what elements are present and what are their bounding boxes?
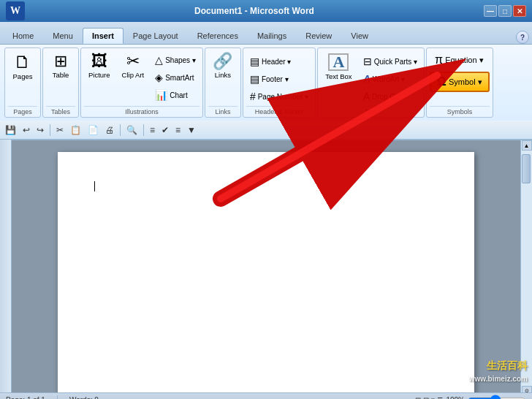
- close-button[interactable]: ✕: [513, 5, 526, 17]
- minimize-button[interactable]: —: [484, 5, 497, 17]
- tab-view[interactable]: View: [341, 28, 378, 44]
- toolbar-styles[interactable]: ≡: [148, 124, 157, 136]
- toolbar-find[interactable]: 🔍: [124, 124, 140, 136]
- pages-button[interactable]: 🗋 Pages: [8, 50, 37, 83]
- smartart-button[interactable]: ◈ SmartArt: [151, 69, 200, 86]
- table-button[interactable]: ⊞ Table: [46, 50, 75, 82]
- group-text: A Text Box ⊟ Quick Parts ▾ A WordArt ▾ A: [317, 48, 425, 118]
- footer-label: Footer ▾: [262, 75, 289, 83]
- table-label: Table: [53, 71, 69, 79]
- wordart-button[interactable]: A WordArt ▾: [360, 71, 421, 87]
- text-cursor: [94, 181, 95, 191]
- picture-button[interactable]: 🖼 Picture: [84, 50, 115, 82]
- wordart-icon: A: [363, 73, 370, 85]
- symbol-button[interactable]: Ω Symbol ▾: [430, 72, 490, 92]
- tab-page-layout[interactable]: Page Layout: [123, 28, 188, 44]
- page-number-icon: #: [250, 91, 256, 102]
- symbol-label: Symbol ▾: [449, 77, 482, 87]
- scroll-track[interactable]: [522, 151, 532, 386]
- right-scrollbar: ▲ ⊙ ◎ ⊙ ▼: [520, 140, 532, 392]
- toolbar-sep2: [120, 124, 121, 136]
- window-controls: — □ ✕: [484, 5, 526, 17]
- equation-button[interactable]: π Equation ▾: [430, 50, 489, 69]
- toolbar-cut[interactable]: ✂: [54, 124, 66, 136]
- document-page[interactable]: [58, 152, 474, 392]
- zoom-slider[interactable]: [468, 397, 526, 400]
- toolbar-sep1: [50, 124, 50, 136]
- main-area: ▲ ⊙ ◎ ⊙ ▼ ◄: [0, 140, 532, 392]
- words-status: Words: 0: [69, 396, 99, 399]
- illustrations-group-label: Illustrations: [84, 106, 200, 115]
- toolbar-para[interactable]: ≡: [173, 124, 183, 136]
- footer-button[interactable]: ▤ Footer ▾: [246, 71, 312, 87]
- window-title: Document1 - Microsoft Word: [25, 6, 484, 16]
- help-button[interactable]: ?: [516, 31, 529, 44]
- toolbar-paste[interactable]: 📄: [86, 124, 101, 136]
- page-number-label: Page Number ▾: [258, 93, 308, 101]
- chart-icon: 📊: [155, 89, 167, 101]
- tables-group-label: Tables: [46, 106, 75, 115]
- chart-label: Chart: [170, 91, 187, 99]
- clipart-button[interactable]: ✂ Clip Art: [118, 50, 149, 82]
- status-separator: [57, 395, 58, 400]
- title-bar: W Document1 - Microsoft Word — □ ✕: [0, 0, 532, 22]
- wordart-label: WordArt ▾: [373, 75, 405, 83]
- tab-home[interactable]: Home: [3, 28, 43, 44]
- scroll-up-arrow[interactable]: ▲: [522, 140, 532, 151]
- page-number-button[interactable]: # Page Number ▾: [246, 88, 312, 104]
- equation-label: Equation ▾: [445, 56, 483, 65]
- group-links: 🔗 Links Links: [205, 48, 241, 118]
- toolbar-check[interactable]: ✔: [159, 124, 171, 136]
- clipart-icon: ✂: [126, 53, 140, 69]
- shapes-button[interactable]: △ Shapes ▾: [151, 52, 200, 68]
- group-illustrations: 🖼 Picture ✂ Clip Art △ Shapes ▾: [80, 48, 203, 118]
- textbox-label: Text Box: [325, 72, 352, 80]
- zoom-level: 100%: [446, 396, 465, 399]
- group-pages: 🗋 Pages Pages: [4, 48, 41, 118]
- header-button[interactable]: ▤ Header ▾: [246, 53, 312, 69]
- tab-references[interactable]: References: [188, 28, 248, 44]
- toolbar-undo[interactable]: ↩: [20, 124, 32, 136]
- status-bar: Page: 1 of 1 Words: 0 ⊞ ⊟ ≡ ≣ 100%: [0, 392, 532, 399]
- equation-icon: π: [435, 53, 443, 66]
- shapes-icon: △: [155, 54, 163, 66]
- ribbon-tab-row: Home Menu Insert Page Layout References …: [0, 22, 532, 44]
- table-icon: ⊞: [54, 53, 67, 69]
- tab-insert[interactable]: Insert: [83, 28, 123, 44]
- toolbar-dropdown[interactable]: ▼: [185, 124, 198, 136]
- toolbar-copy[interactable]: 📋: [68, 124, 83, 136]
- tab-mailings[interactable]: Mailings: [248, 28, 296, 44]
- group-symbols: π Equation ▾ Ω Symbol ▾ Symbols: [426, 48, 493, 118]
- dropcap-button[interactable]: A Drop C...: [360, 88, 421, 104]
- scroll-prev-page[interactable]: ⊙: [522, 386, 532, 392]
- chart-button[interactable]: 📊 Chart: [151, 87, 200, 103]
- clipart-label: Clip Art: [122, 71, 145, 79]
- symbol-icon: Ω: [437, 75, 446, 88]
- view-icons: ⊞ ⊟ ≡ ≣: [415, 396, 443, 399]
- toolbar-sep3: [143, 124, 144, 136]
- quick-parts-icon: ⊟: [363, 56, 372, 67]
- footer-icon: ▤: [250, 73, 259, 85]
- smartart-label: SmartArt: [165, 74, 194, 82]
- smartart-icon: ◈: [155, 72, 163, 83]
- toolbar-redo[interactable]: ↪: [34, 124, 46, 136]
- toolbar-print[interactable]: 🖨: [103, 124, 116, 136]
- tab-review[interactable]: Review: [296, 28, 341, 44]
- watermark-cn: 生活百科: [487, 360, 528, 373]
- pages-label: Pages: [13, 72, 33, 80]
- scroll-thumb[interactable]: [522, 154, 531, 183]
- picture-icon: 🖼: [91, 53, 107, 69]
- toolbar-row: 💾 ↩ ↪ ✂ 📋 📄 🖨 🔍 ≡ ✔ ≡ ▼: [0, 121, 532, 140]
- left-ruler: [0, 140, 12, 392]
- textbox-button[interactable]: A Text Box: [321, 50, 356, 83]
- quick-parts-button[interactable]: ⊟ Quick Parts ▾: [360, 53, 421, 69]
- tab-menu[interactable]: Menu: [43, 28, 83, 44]
- group-tables: ⊞ Table Tables: [42, 48, 79, 118]
- word-icon[interactable]: W: [6, 1, 25, 20]
- header-footer-group-label: Header & Footer: [246, 106, 312, 115]
- links-label: Links: [215, 71, 231, 79]
- header-label: Header ▾: [262, 58, 292, 66]
- links-button[interactable]: 🔗 Links: [208, 50, 238, 82]
- maximize-button[interactable]: □: [498, 5, 512, 17]
- toolbar-save[interactable]: 💾: [3, 124, 18, 136]
